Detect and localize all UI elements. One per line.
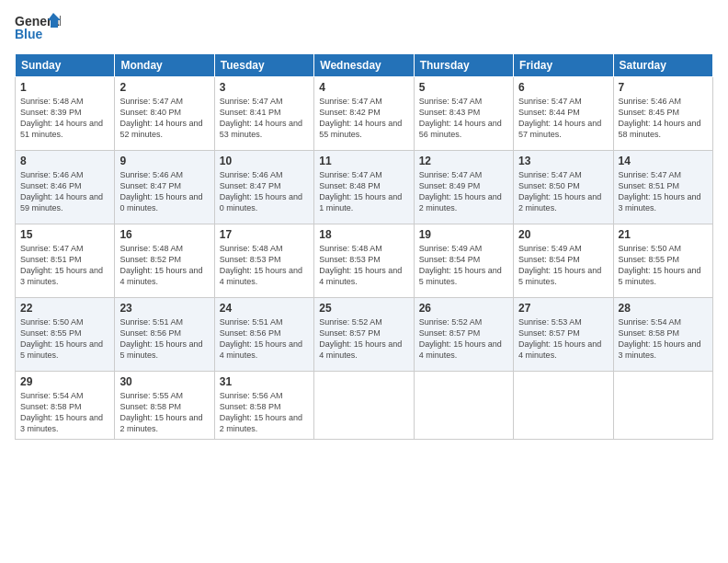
cell-0-3: 4 Sunrise: 5:47 AMSunset: 8:42 PMDayligh… bbox=[314, 77, 414, 151]
day-number: 14 bbox=[619, 155, 708, 167]
day-number: 9 bbox=[119, 155, 209, 167]
day-info: Sunrise: 5:48 AMSunset: 8:39 PMDaylight:… bbox=[20, 97, 103, 139]
day-info: Sunrise: 5:47 AMSunset: 8:51 PMDaylight:… bbox=[20, 244, 103, 286]
day-number: 31 bbox=[220, 375, 309, 388]
day-info: Sunrise: 5:47 AMSunset: 8:51 PMDaylight:… bbox=[619, 170, 701, 213]
cell-4-4 bbox=[414, 372, 513, 440]
day-info: Sunrise: 5:50 AMSunset: 8:55 PMDaylight:… bbox=[20, 317, 103, 360]
day-number: 1 bbox=[20, 81, 109, 94]
cell-0-2: 3 Sunrise: 5:47 AMSunset: 8:41 PMDayligh… bbox=[214, 77, 313, 151]
day-number: 4 bbox=[319, 81, 408, 94]
cell-3-3: 25 Sunrise: 5:52 AMSunset: 8:57 PMDaylig… bbox=[314, 298, 414, 372]
day-number: 28 bbox=[619, 302, 708, 315]
day-number: 5 bbox=[419, 81, 508, 94]
cell-3-2: 24 Sunrise: 5:51 AMSunset: 8:56 PMDaylig… bbox=[214, 298, 313, 372]
cell-1-1: 9 Sunrise: 5:46 AMSunset: 8:47 PMDayligh… bbox=[115, 151, 214, 224]
logo-svg: General Blue bbox=[15, 11, 61, 46]
day-number: 19 bbox=[419, 228, 508, 241]
day-info: Sunrise: 5:54 AMSunset: 8:58 PMDaylight:… bbox=[20, 391, 103, 433]
svg-text:Blue: Blue bbox=[15, 27, 43, 41]
day-info: Sunrise: 5:55 AMSunset: 8:58 PMDaylight:… bbox=[119, 391, 202, 433]
header-row: SundayMondayTuesdayWednesdayThursdayFrid… bbox=[16, 54, 713, 77]
day-info: Sunrise: 5:47 AMSunset: 8:48 PMDaylight:… bbox=[319, 170, 402, 213]
cell-3-6: 28 Sunrise: 5:54 AMSunset: 8:58 PMDaylig… bbox=[613, 298, 712, 372]
page: General Blue SundayMondayTuesdayWednesda… bbox=[0, 0, 728, 563]
day-info: Sunrise: 5:47 AMSunset: 8:44 PMDaylight:… bbox=[518, 97, 601, 139]
day-info: Sunrise: 5:46 AMSunset: 8:47 PMDaylight:… bbox=[220, 170, 302, 213]
cell-4-0: 29 Sunrise: 5:54 AMSunset: 8:58 PMDaylig… bbox=[16, 372, 115, 440]
day-info: Sunrise: 5:46 AMSunset: 8:45 PMDaylight:… bbox=[619, 97, 701, 139]
day-number: 2 bbox=[119, 81, 209, 94]
cell-0-1: 2 Sunrise: 5:47 AMSunset: 8:40 PMDayligh… bbox=[115, 77, 214, 151]
day-info: Sunrise: 5:49 AMSunset: 8:54 PMDaylight:… bbox=[518, 244, 601, 286]
day-number: 3 bbox=[220, 81, 309, 94]
day-info: Sunrise: 5:53 AMSunset: 8:57 PMDaylight:… bbox=[518, 317, 601, 360]
header-wednesday: Wednesday bbox=[314, 54, 414, 77]
day-number: 16 bbox=[119, 228, 209, 241]
day-number: 7 bbox=[619, 81, 708, 94]
cell-0-5: 6 Sunrise: 5:47 AMSunset: 8:44 PMDayligh… bbox=[514, 77, 613, 151]
day-info: Sunrise: 5:52 AMSunset: 8:57 PMDaylight:… bbox=[319, 317, 402, 360]
cell-2-5: 20 Sunrise: 5:49 AMSunset: 8:54 PMDaylig… bbox=[514, 224, 613, 298]
calendar-row-2: 8 Sunrise: 5:46 AMSunset: 8:46 PMDayligh… bbox=[16, 151, 713, 224]
day-info: Sunrise: 5:51 AMSunset: 8:56 PMDaylight:… bbox=[119, 317, 202, 360]
day-info: Sunrise: 5:47 AMSunset: 8:42 PMDaylight:… bbox=[319, 97, 402, 139]
cell-0-4: 5 Sunrise: 5:47 AMSunset: 8:43 PMDayligh… bbox=[414, 77, 513, 151]
day-number: 15 bbox=[20, 228, 109, 241]
cell-2-6: 21 Sunrise: 5:50 AMSunset: 8:55 PMDaylig… bbox=[613, 224, 712, 298]
day-number: 23 bbox=[119, 302, 209, 315]
day-info: Sunrise: 5:46 AMSunset: 8:47 PMDaylight:… bbox=[119, 170, 202, 213]
calendar-row-3: 15 Sunrise: 5:47 AMSunset: 8:51 PMDaylig… bbox=[16, 224, 713, 298]
calendar-row-4: 22 Sunrise: 5:50 AMSunset: 8:55 PMDaylig… bbox=[16, 298, 713, 372]
calendar-table: SundayMondayTuesdayWednesdayThursdayFrid… bbox=[15, 53, 713, 440]
day-number: 18 bbox=[319, 228, 408, 241]
day-number: 30 bbox=[119, 375, 209, 388]
cell-4-5 bbox=[514, 372, 613, 440]
day-info: Sunrise: 5:47 AMSunset: 8:43 PMDaylight:… bbox=[419, 97, 502, 139]
day-info: Sunrise: 5:56 AMSunset: 8:58 PMDaylight:… bbox=[220, 391, 302, 433]
day-info: Sunrise: 5:47 AMSunset: 8:41 PMDaylight:… bbox=[220, 97, 302, 139]
cell-3-4: 26 Sunrise: 5:52 AMSunset: 8:57 PMDaylig… bbox=[414, 298, 513, 372]
cell-1-6: 14 Sunrise: 5:47 AMSunset: 8:51 PMDaylig… bbox=[613, 151, 712, 224]
cell-4-2: 31 Sunrise: 5:56 AMSunset: 8:58 PMDaylig… bbox=[214, 372, 313, 440]
cell-4-6 bbox=[613, 372, 712, 440]
day-number: 13 bbox=[518, 155, 608, 167]
day-number: 21 bbox=[619, 228, 708, 241]
day-number: 26 bbox=[419, 302, 508, 315]
day-info: Sunrise: 5:50 AMSunset: 8:55 PMDaylight:… bbox=[619, 244, 701, 286]
cell-1-2: 10 Sunrise: 5:46 AMSunset: 8:47 PMDaylig… bbox=[214, 151, 313, 224]
calendar-body: 1 Sunrise: 5:48 AMSunset: 8:39 PMDayligh… bbox=[16, 77, 713, 440]
cell-1-4: 12 Sunrise: 5:47 AMSunset: 8:49 PMDaylig… bbox=[414, 151, 513, 224]
day-number: 11 bbox=[319, 155, 408, 167]
cell-3-1: 23 Sunrise: 5:51 AMSunset: 8:56 PMDaylig… bbox=[115, 298, 214, 372]
day-info: Sunrise: 5:47 AMSunset: 8:50 PMDaylight:… bbox=[518, 170, 601, 213]
day-number: 25 bbox=[319, 302, 408, 315]
day-info: Sunrise: 5:47 AMSunset: 8:49 PMDaylight:… bbox=[419, 170, 502, 213]
day-info: Sunrise: 5:54 AMSunset: 8:58 PMDaylight:… bbox=[619, 317, 701, 360]
header-tuesday: Tuesday bbox=[214, 54, 313, 77]
cell-0-6: 7 Sunrise: 5:46 AMSunset: 8:45 PMDayligh… bbox=[613, 77, 712, 151]
cell-2-0: 15 Sunrise: 5:47 AMSunset: 8:51 PMDaylig… bbox=[16, 224, 115, 298]
header: General Blue bbox=[15, 11, 713, 46]
calendar-row-5: 29 Sunrise: 5:54 AMSunset: 8:58 PMDaylig… bbox=[16, 372, 713, 440]
logo: General Blue bbox=[15, 11, 61, 46]
day-number: 29 bbox=[20, 375, 109, 388]
cell-4-3 bbox=[314, 372, 414, 440]
cell-2-3: 18 Sunrise: 5:48 AMSunset: 8:53 PMDaylig… bbox=[314, 224, 414, 298]
cell-2-4: 19 Sunrise: 5:49 AMSunset: 8:54 PMDaylig… bbox=[414, 224, 513, 298]
header-monday: Monday bbox=[115, 54, 214, 77]
day-info: Sunrise: 5:49 AMSunset: 8:54 PMDaylight:… bbox=[419, 244, 502, 286]
header-thursday: Thursday bbox=[414, 54, 513, 77]
day-number: 10 bbox=[220, 155, 309, 167]
day-info: Sunrise: 5:51 AMSunset: 8:56 PMDaylight:… bbox=[220, 317, 302, 360]
cell-1-0: 8 Sunrise: 5:46 AMSunset: 8:46 PMDayligh… bbox=[16, 151, 115, 224]
calendar-row-1: 1 Sunrise: 5:48 AMSunset: 8:39 PMDayligh… bbox=[16, 77, 713, 151]
day-number: 27 bbox=[518, 302, 608, 315]
day-info: Sunrise: 5:48 AMSunset: 8:53 PMDaylight:… bbox=[319, 244, 402, 286]
day-info: Sunrise: 5:47 AMSunset: 8:40 PMDaylight:… bbox=[119, 97, 202, 139]
day-info: Sunrise: 5:52 AMSunset: 8:57 PMDaylight:… bbox=[419, 317, 502, 360]
header-friday: Friday bbox=[514, 54, 613, 77]
day-info: Sunrise: 5:48 AMSunset: 8:53 PMDaylight:… bbox=[220, 244, 302, 286]
header-saturday: Saturday bbox=[613, 54, 712, 77]
day-number: 12 bbox=[419, 155, 508, 167]
